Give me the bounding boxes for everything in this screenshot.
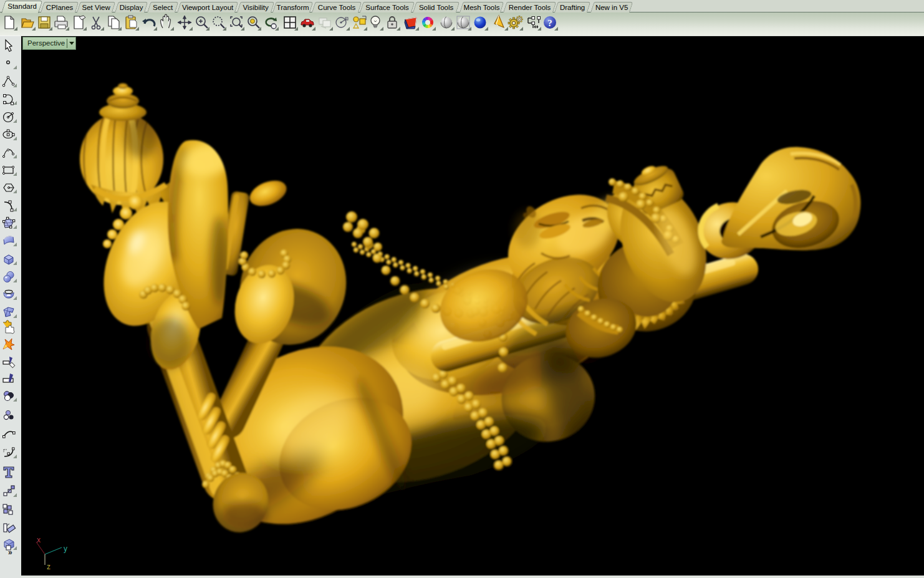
svg-text:z: z — [47, 562, 51, 571]
svg-text:x: x — [37, 536, 41, 544]
svg-text:y: y — [64, 544, 67, 553]
svg-text:?: ? — [547, 18, 552, 28]
svg-text:»: » — [8, 548, 12, 557]
